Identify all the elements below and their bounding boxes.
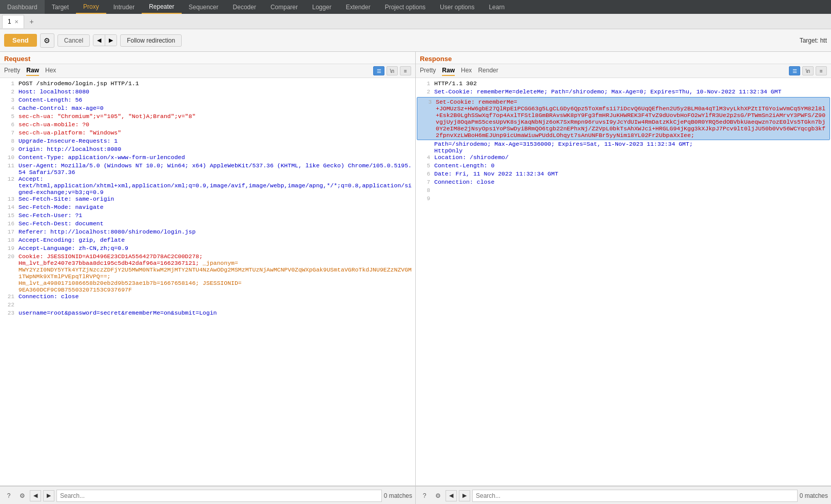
line: 23 username=root&password=secret&remembe… xyxy=(0,309,415,318)
request-icon-wrap[interactable]: ☰ xyxy=(373,66,384,75)
request-icon-nl[interactable]: \n xyxy=(386,66,398,75)
line: 7 sec-ch-ua-platform: "Windows" xyxy=(0,129,415,138)
nav-intruder[interactable]: Intruder xyxy=(106,0,142,14)
line: 6 sec-ch-ua-mobile: ?0 xyxy=(0,121,415,129)
request-search-forward[interactable]: ▶ xyxy=(43,490,54,501)
line: 18 Accept-Encoding: gzip, deflate xyxy=(0,237,415,245)
line: 5 sec-ch-ua: "Chromium";v="105", "Not)A;… xyxy=(0,113,415,121)
response-search-forward[interactable]: ▶ xyxy=(459,490,470,501)
cancel-button[interactable]: Cancel xyxy=(57,34,90,47)
nav-repeater[interactable]: Repeater xyxy=(142,0,181,14)
send-options-button[interactable]: ⚙ xyxy=(40,33,54,48)
request-search-bar: ? ⚙ ◀ ▶ 0 matches xyxy=(0,486,416,504)
line: 1 HTTP/1.1 302 xyxy=(416,80,831,88)
line: 11 User-Agent: Mozilla/5.0 (Windows NT 1… xyxy=(0,162,415,176)
line: 14 Sec-Fetch-Mode: navigate xyxy=(0,204,415,212)
forward-button[interactable]: ▶ xyxy=(105,35,117,46)
line: 9 Origin: http://localhost:8080 xyxy=(0,146,415,154)
request-search-back[interactable]: ◀ xyxy=(30,490,41,501)
line: 4 Location: /shirodemo/ xyxy=(416,154,831,162)
line: 21 Connection: close xyxy=(0,293,415,301)
response-help-icon[interactable]: ? xyxy=(419,490,430,501)
nav-sequencer[interactable]: Sequencer xyxy=(182,0,226,14)
nav-dashboard[interactable]: Dashboard xyxy=(0,0,45,14)
response-search-input[interactable] xyxy=(472,490,798,502)
nav-project-options[interactable]: Project options xyxy=(378,0,433,14)
tab-close-button[interactable]: ✕ xyxy=(14,19,18,25)
response-search-back[interactable]: ◀ xyxy=(446,490,457,501)
response-header: Response xyxy=(416,52,831,64)
nav-target[interactable]: Target xyxy=(45,0,76,14)
request-search-settings-icon[interactable]: ⚙ xyxy=(16,490,28,501)
request-tabs: Pretty Raw Hex ☰ \n ≡ xyxy=(0,64,415,78)
target-label: Target: htt xyxy=(800,37,827,44)
line: 8 Upgrade-Insecure-Requests: 1 xyxy=(0,138,415,146)
line: 3 Content-Length: 56 xyxy=(0,96,415,105)
main-content: Request Pretty Raw Hex ☰ \n ≡ 1 POST /sh… xyxy=(0,52,831,486)
response-search-settings-icon[interactable]: ⚙ xyxy=(432,490,443,501)
line: 16 Sec-Fetch-Dest: document xyxy=(0,220,415,228)
response-icon-nl[interactable]: \n xyxy=(802,66,814,75)
response-tab-raw[interactable]: Raw xyxy=(442,66,455,76)
nav-learn[interactable]: Learn xyxy=(481,0,512,14)
back-button[interactable]: ◀ xyxy=(93,35,105,46)
follow-redirection-button[interactable]: Follow redirection xyxy=(120,34,182,47)
line: 8 xyxy=(416,187,831,195)
response-icon-menu[interactable]: ≡ xyxy=(816,66,827,75)
response-body: 1 HTTP/1.1 302 2 Set-Cookie: rememberMe=… xyxy=(416,78,831,486)
request-search-input[interactable] xyxy=(56,490,382,502)
line: 10 Content-Type: application/x-www-form-… xyxy=(0,154,415,162)
response-tabs: Pretty Raw Hex Render ☰ \n ≡ xyxy=(416,64,831,78)
line: 9 xyxy=(416,195,831,203)
line: 5 Content-Length: 0 xyxy=(416,162,831,170)
line: 2 Set-Cookie: rememberMe=deleteMe; Path=… xyxy=(416,88,831,96)
request-panel-icons: ☰ \n ≡ xyxy=(373,66,411,75)
line: 15 Sec-Fetch-User: ?1 xyxy=(0,212,415,220)
highlighted-line: 3 Set-Cookie: rememberMe= +JOMUzSz+HW6gb… xyxy=(417,97,830,140)
line: 7 Connection: close xyxy=(416,179,831,187)
request-header: Request xyxy=(0,52,415,64)
response-search-bar: ? ⚙ ◀ ▶ 0 matches xyxy=(416,486,831,504)
line: 2 Host: localhost:8080 xyxy=(0,88,415,96)
request-panel: Request Pretty Raw Hex ☰ \n ≡ 1 POST /sh… xyxy=(0,52,416,486)
response-panel: Response Pretty Raw Hex Render ☰ \n ≡ 1 … xyxy=(416,52,831,486)
request-tab-hex[interactable]: Hex xyxy=(45,66,56,76)
line: 17 Referer: http://localhost:8080/shirod… xyxy=(0,228,415,237)
line: 19 Accept-Language: zh-CN,zh;q=0.9 xyxy=(0,245,415,253)
line: 12 Accept: text/html,application/xhtml+x… xyxy=(0,176,415,196)
response-tab-pretty[interactable]: Pretty xyxy=(420,66,436,76)
top-nav: Dashboard Target Proxy Intruder Repeater… xyxy=(0,0,831,14)
line: 13 Sec-Fetch-Site: same-origin xyxy=(0,196,415,204)
request-matches-label: 0 matches xyxy=(384,492,412,499)
nav-user-options[interactable]: User options xyxy=(433,0,481,14)
nav-proxy[interactable]: Proxy xyxy=(76,0,106,14)
line: 20 Cookie: JSESSIONID=A1D496E23CD1A55642… xyxy=(0,253,415,293)
request-body: 1 POST /shirodemo/login.jsp HTTP/1.1 2 H… xyxy=(0,78,415,486)
line: Path=/shirodemo; Max-Age=31536000; Expir… xyxy=(416,141,831,154)
response-tab-hex[interactable]: Hex xyxy=(461,66,472,76)
tab-1[interactable]: 1 ✕ xyxy=(2,15,24,28)
request-icon-menu[interactable]: ≡ xyxy=(400,66,411,75)
line: 6 Date: Fri, 11 Nov 2022 11:32:34 GMT xyxy=(416,170,831,179)
response-matches-label: 0 matches xyxy=(800,492,828,499)
nav-arrows: ◀ ▶ xyxy=(93,34,117,46)
response-icon-wrap[interactable]: ☰ xyxy=(789,66,800,75)
nav-comparer[interactable]: Comparer xyxy=(263,0,305,14)
nav-decoder[interactable]: Decoder xyxy=(226,0,263,14)
line: 22 xyxy=(0,301,415,309)
search-bars: ? ⚙ ◀ ▶ 0 matches ? ⚙ ◀ ▶ 0 matches xyxy=(0,486,831,504)
tab-bar: 1 ✕ + xyxy=(0,14,831,29)
response-panel-icons: ☰ \n ≡ xyxy=(789,66,827,75)
tab-label: 1 xyxy=(8,18,11,25)
send-button[interactable]: Send xyxy=(4,34,37,47)
request-tab-pretty[interactable]: Pretty xyxy=(4,66,20,76)
toolbar: Send ⚙ Cancel ◀ ▶ Follow redirection Tar… xyxy=(0,29,831,52)
request-tab-raw[interactable]: Raw xyxy=(26,66,39,76)
nav-extender[interactable]: Extender xyxy=(339,0,378,14)
line: 1 POST /shirodemo/login.jsp HTTP/1.1 xyxy=(0,80,415,88)
nav-logger[interactable]: Logger xyxy=(305,0,338,14)
tab-add-button[interactable]: + xyxy=(25,15,38,28)
response-tab-render[interactable]: Render xyxy=(478,66,498,76)
line: 4 Cache-Control: max-age=0 xyxy=(0,105,415,113)
request-help-icon[interactable]: ? xyxy=(3,490,14,501)
